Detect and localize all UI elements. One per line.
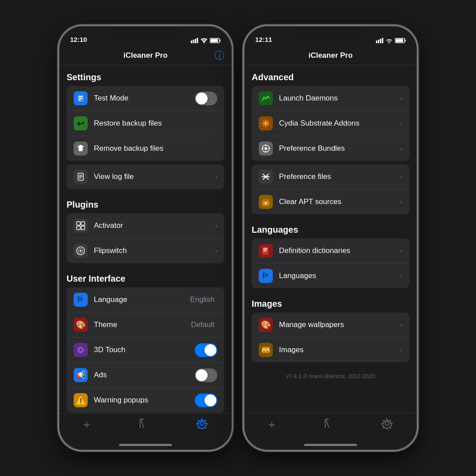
svg-rect-12 — [78, 146, 84, 147]
test-mode-toggle[interactable] — [195, 92, 217, 105]
tab-settings-2[interactable] — [381, 418, 393, 429]
svg-rect-1 — [193, 40, 194, 43]
remove-backup-label: Remove backup files — [94, 144, 217, 153]
cydia-substrate-chevron: › — [400, 120, 402, 127]
svg-rect-50 — [264, 199, 268, 201]
definition-dicts-label: Definition dictionaries — [279, 246, 400, 255]
images-group: 🎨 Manage wallpapers › Images › — [252, 312, 409, 362]
activator-item[interactable]: Activator › — [67, 213, 224, 238]
ui-group: 🏳 Language English 🎨 Theme Default 3D To… — [67, 287, 224, 413]
svg-rect-7 — [220, 40, 221, 41]
nav-bar-2: iCleaner Pro — [245, 46, 416, 65]
preference-bundles-label: Preference Bundles — [279, 144, 400, 153]
preference-bundles-chevron: › — [400, 145, 402, 152]
launch-daemons-icon — [259, 91, 273, 105]
images-icon — [259, 343, 273, 357]
cydia-substrate-item[interactable]: Cydia Substrate Addons › — [252, 111, 409, 136]
svg-rect-18 — [77, 222, 80, 225]
svg-rect-0 — [191, 41, 192, 43]
languages-label: Languages — [279, 271, 400, 280]
flipswitch-item[interactable]: Flipswitch › — [67, 238, 224, 263]
tab-clean-2[interactable] — [323, 418, 334, 429]
warning-icon: ⚠️ — [74, 393, 88, 407]
3dtouch-label: 3D Touch — [94, 346, 195, 354]
plugins-group: Activator › Flipswitch › — [67, 213, 224, 263]
info-button-1[interactable]: ⓘ — [215, 49, 224, 62]
launch-daemons-item[interactable]: Launch Daemons › — [252, 86, 409, 111]
cydia-substrate-label: Cydia Substrate Addons — [279, 119, 400, 128]
preference-apt-group: Preference files › Clear APT sources › — [252, 164, 409, 214]
3dtouch-item[interactable]: 3D Touch — [67, 338, 224, 363]
tab-add-2[interactable]: + — [268, 418, 275, 432]
restore-backup-item[interactable]: ↩ Restore backup files — [67, 111, 224, 136]
svg-point-24 — [80, 250, 82, 252]
toggle-thumb — [196, 93, 208, 104]
home-indicator-1 — [119, 444, 172, 446]
tab-settings-1[interactable] — [196, 418, 208, 429]
svg-rect-31 — [376, 41, 377, 43]
preference-files-item[interactable]: Preference files › — [252, 164, 409, 190]
theme-item[interactable]: 🎨 Theme Default — [67, 312, 224, 338]
clean-icon-1 — [138, 418, 149, 429]
svg-rect-13 — [79, 145, 82, 146]
add-icon-1: + — [83, 418, 90, 432]
language-label: Language — [94, 295, 190, 304]
ads-toggle[interactable] — [195, 368, 217, 382]
svg-rect-3 — [197, 38, 198, 43]
view-log-item[interactable]: View log file › — [67, 164, 224, 189]
view-log-icon — [74, 170, 88, 184]
3dtouch-toggle[interactable] — [195, 343, 217, 357]
definition-dicts-icon — [259, 244, 273, 258]
preference-files-chevron: › — [400, 173, 402, 180]
preference-bundles-icon — [259, 141, 273, 156]
ads-item[interactable]: 📢 Ads — [67, 363, 224, 388]
cydia-substrate-icon — [259, 116, 273, 130]
toggle-thumb-3d — [205, 344, 216, 356]
phone-1: 12:10 iCleaner Pro ⓘ Settings Test Mode — [60, 26, 231, 450]
status-time-1: 12:10 — [70, 36, 87, 44]
tab-add-1[interactable]: + — [83, 418, 90, 432]
advanced-group: Launch Daemons › Cydia Substrate Addons … — [252, 86, 409, 161]
version-text: v7.8.2 © Ivano Bilenchi, 2012-2020 — [245, 366, 416, 387]
languages-group: Definition dictionaries › 🏳 Languages › — [252, 238, 409, 288]
clear-apt-icon — [259, 195, 273, 209]
activator-chevron: › — [215, 222, 217, 229]
tab-clean-1[interactable] — [138, 418, 149, 429]
clear-apt-item[interactable]: Clear APT sources › — [252, 190, 409, 214]
signal-icon — [191, 38, 198, 43]
svg-rect-55 — [263, 249, 268, 250]
battery-icon — [210, 38, 221, 43]
warning-toggle[interactable] — [195, 394, 217, 407]
preference-bundles-item[interactable]: Preference Bundles › — [252, 136, 409, 161]
notch-2 — [298, 26, 364, 39]
definition-dicts-item[interactable]: Definition dictionaries › — [252, 238, 409, 264]
svg-rect-16 — [79, 176, 82, 177]
language-item[interactable]: 🏳 Language English — [67, 287, 224, 312]
svg-rect-6 — [211, 39, 218, 42]
ads-label: Ads — [94, 371, 195, 379]
warning-item[interactable]: ⚠️ Warning popups — [67, 388, 224, 413]
svg-point-62 — [385, 422, 389, 425]
svg-rect-9 — [78, 96, 83, 97]
images-item[interactable]: Images › — [252, 338, 409, 362]
phone-2: 12:11 iCleaner Pro Advanced Launch Daemo… — [245, 26, 416, 450]
svg-rect-21 — [81, 226, 85, 230]
test-mode-item[interactable]: Test Mode — [67, 86, 224, 111]
svg-rect-38 — [405, 40, 406, 41]
manage-wallpapers-item[interactable]: 🎨 Manage wallpapers › — [252, 312, 409, 338]
restore-backup-label: Restore backup files — [94, 119, 217, 128]
status-icons-2 — [376, 38, 406, 44]
settings-group: Test Mode ↩ Restore backup files Remove … — [67, 86, 224, 161]
svg-rect-56 — [263, 251, 266, 252]
toggle-thumb-ads — [196, 369, 208, 381]
remove-backup-item[interactable]: Remove backup files — [67, 136, 224, 161]
languages-item[interactable]: 🏳 Languages › — [252, 264, 409, 288]
launch-daemons-chevron: › — [400, 95, 402, 102]
flipswitch-icon — [74, 244, 88, 258]
flipswitch-chevron: › — [215, 247, 217, 254]
status-time-2: 12:11 — [255, 36, 272, 44]
theme-label: Theme — [94, 320, 191, 329]
status-icons-1 — [191, 38, 221, 44]
activator-label: Activator — [94, 221, 215, 230]
svg-rect-33 — [380, 39, 381, 43]
